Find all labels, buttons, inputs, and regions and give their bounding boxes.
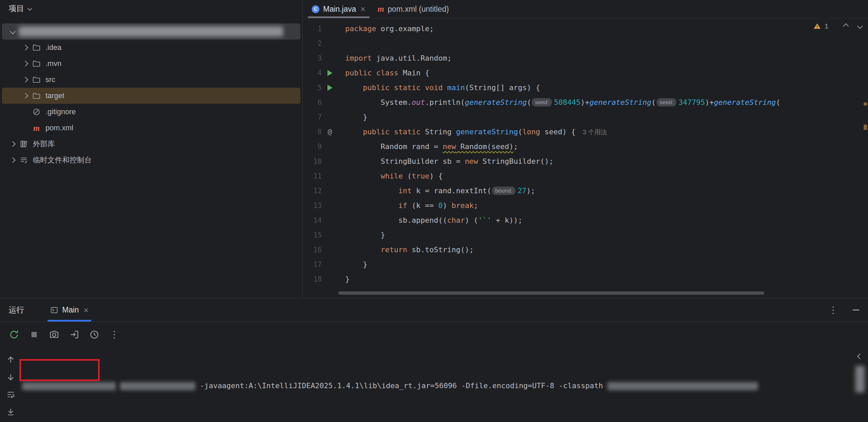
run-tab-label: Main <box>62 305 79 314</box>
history-button[interactable] <box>88 328 101 341</box>
more-options-icon[interactable]: ⋮ <box>829 305 838 315</box>
gutter-cell <box>322 272 338 287</box>
soft-wrap-icon[interactable] <box>5 389 16 400</box>
inlay-hint: seed: <box>532 98 552 107</box>
redacted-text <box>22 382 116 390</box>
horizontal-scrollbar[interactable] <box>338 291 764 295</box>
run-icon[interactable] <box>328 85 333 91</box>
tree-row-gitignore-file[interactable]: .gitignore <box>2 104 300 120</box>
run-icon[interactable] <box>328 70 333 76</box>
stop-button[interactable] <box>27 328 41 341</box>
token <box>372 69 376 77</box>
code-line: 9 Random rand = new Random(seed); <box>303 139 868 154</box>
collapse-left-icon[interactable] <box>857 354 863 359</box>
line-number: 17 <box>303 257 322 272</box>
gutter-cell <box>322 22 338 36</box>
redacted-text <box>19 26 283 36</box>
code-line: 10 StringBuilder sb = new StringBuilder(… <box>303 154 868 169</box>
tree-row-idea-folder[interactable]: .idea <box>2 39 300 56</box>
redacted-text <box>608 382 758 390</box>
tree-row-project-root[interactable] <box>2 24 300 39</box>
token: package <box>345 24 376 33</box>
token: ( <box>527 98 531 107</box>
code-text: } <box>345 228 385 243</box>
tree-row-scratches-consoles[interactable]: 临时文件和控制台 <box>2 152 300 168</box>
token <box>442 83 447 92</box>
token <box>345 128 363 136</box>
down-stack-trace-icon[interactable] <box>5 372 16 383</box>
token: } <box>345 113 367 121</box>
chevron-right-icon[interactable] <box>23 61 28 67</box>
token: (String[] args) { <box>465 83 540 92</box>
run-panel-header: 运行 Main × ⋮ <box>0 299 868 322</box>
chevron-box <box>20 78 31 82</box>
code-text: System.out.println(generateString(seed:5… <box>345 95 780 110</box>
code-text: StringBuilder sb = new StringBuilder(); <box>345 154 554 169</box>
project-panel-title: 项目 <box>9 3 24 14</box>
close-icon[interactable]: × <box>84 306 89 314</box>
warning-stripe-mark[interactable] <box>864 124 867 130</box>
run-tool-window: 运行 Main × ⋮ <box>0 298 868 422</box>
tree-row-external-libraries[interactable]: 外部库 <box>2 136 300 152</box>
close-icon[interactable]: × <box>360 5 365 13</box>
editor-tab-pom.xml[interactable]: mpom.xml (untitled) <box>372 0 455 18</box>
inlay-hint: seed: <box>657 98 677 107</box>
console-right-edge <box>855 354 865 393</box>
next-problem-icon[interactable] <box>857 24 863 29</box>
usages-hint[interactable]: 3 个用法 <box>583 129 607 136</box>
toolbar-more-icon[interactable]: ⋮ <box>108 328 121 341</box>
run-console[interactable]: -javaagent:A:\IntelliJIDEA2025.1.4.1\lib… <box>0 347 868 422</box>
chevron-down-icon[interactable] <box>10 29 16 34</box>
chevron-right-icon[interactable] <box>23 77 28 83</box>
chevron-box <box>7 158 19 162</box>
token: ( <box>651 98 656 107</box>
line-number: 7 <box>303 110 322 124</box>
tree-row-target-folder[interactable]: target <box>2 88 300 104</box>
minimize-icon[interactable] <box>852 309 859 310</box>
chevron-right-icon[interactable] <box>10 158 16 163</box>
editor-tab-main.java[interactable]: CMain.java× <box>306 0 372 18</box>
inspections-widget[interactable]: 1 <box>813 22 862 30</box>
token: sb.append(( <box>345 216 447 224</box>
token: break <box>452 201 474 210</box>
project-tree: .idea.mvnsrctarget.gitignorempom.xml外部库临… <box>0 24 302 168</box>
chevron-box <box>20 46 31 50</box>
inlay-hint: bound: <box>492 187 516 195</box>
chevron-right-icon[interactable] <box>23 45 28 51</box>
rerun-button[interactable] <box>7 328 21 341</box>
token: Random rand = <box>345 142 442 151</box>
console-output[interactable]: -javaagent:A:\IntelliJIDEA2025.1.4.1\lib… <box>22 347 868 422</box>
tree-row-mvn-folder[interactable]: .mvn <box>2 56 300 72</box>
run-tab-main[interactable]: Main × <box>48 299 91 321</box>
code-text: while (true) { <box>345 169 442 184</box>
redacted-vertical-tab[interactable] <box>855 366 865 393</box>
token: ( <box>403 172 412 180</box>
code-line: 17 } <box>303 257 868 272</box>
code-text: if (k == 0) break; <box>345 198 478 213</box>
previous-problem-icon[interactable] <box>843 24 849 29</box>
line-number: 18 <box>303 272 322 287</box>
code-editor-surface[interactable]: 1package org.example;23import java.util.… <box>303 19 868 298</box>
token: class <box>376 69 398 77</box>
project-panel-header[interactable]: 项目 <box>0 0 302 17</box>
tree-row-pom-xml-file[interactable]: mpom.xml <box>2 120 300 136</box>
token: 347795 <box>678 98 705 107</box>
token: ; <box>474 201 478 210</box>
screenshot-button[interactable] <box>48 328 61 341</box>
editor-tab-bar: CMain.java×mpom.xml (untitled) <box>303 0 868 19</box>
editor-tab-label: Main.java <box>323 5 356 14</box>
chevron-right-icon[interactable] <box>10 141 16 147</box>
up-stack-trace-icon[interactable] <box>5 354 16 365</box>
console-icon <box>50 306 58 314</box>
editor-area: CMain.java×mpom.xml (untitled) 1 1packag… <box>303 0 868 298</box>
chevron-right-icon[interactable] <box>23 93 28 99</box>
scroll-to-end-icon[interactable] <box>5 406 16 417</box>
token: new <box>465 157 478 165</box>
tree-row-src-folder[interactable]: src <box>2 72 300 88</box>
tree-item-label: 临时文件和控制台 <box>33 155 92 165</box>
restore-layout-button[interactable] <box>68 328 81 341</box>
gutter-cell <box>322 80 338 95</box>
token: public <box>345 69 372 77</box>
editor-tab-label: pom.xml (untitled) <box>388 5 449 14</box>
warning-stripe-mark[interactable] <box>864 103 867 106</box>
